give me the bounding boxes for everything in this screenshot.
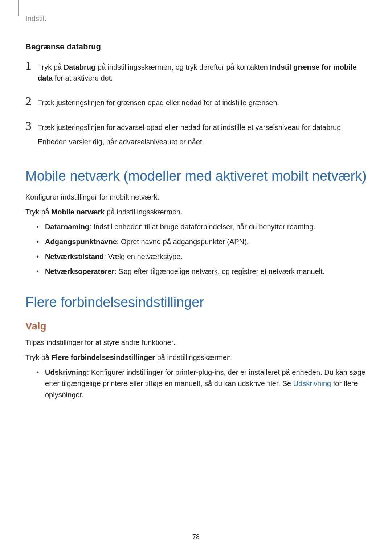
text: for at aktivere det. — [53, 74, 113, 82]
step-body: Tryk på Databrug på indstillingsskærmen,… — [38, 62, 367, 87]
step-number: 3 — [25, 120, 38, 132]
more-connection-bullets: Udskrivning: Konfigurer indstillinger fo… — [36, 367, 367, 401]
text: Tryk på — [38, 63, 64, 71]
step-body: Træk justeringslinjen for grænsen opad e… — [38, 97, 279, 112]
bold-text: Mobile netværk — [52, 208, 105, 216]
list-item: Udskrivning: Konfigurer indstillinger fo… — [36, 367, 367, 401]
step-1: 1 Tryk på Databrug på indstillingsskærme… — [25, 62, 367, 87]
step-number: 2 — [25, 95, 38, 107]
step-body: Træk justeringslinjen for advarsel opad … — [38, 122, 343, 151]
text: : Opret navne på adgangspunkter (APN). — [117, 238, 249, 246]
section-limit-data-heading: Begrænse databrug — [25, 42, 367, 52]
text: Træk justeringslinjen for advarsel opad … — [38, 122, 343, 133]
text: på indstillingsskærmen. — [105, 208, 183, 216]
text: : Søg efter tilgængelige netværk, og reg… — [114, 267, 324, 275]
bold-text: Flere forbindelsesindstillinger — [52, 353, 155, 361]
list-item: Netværkstilstand: Vælg en netværkstype. — [36, 251, 367, 262]
text: på indstillingsskærmen. — [155, 353, 233, 361]
mobile-networks-bullets: Dataroaming: Indstil enheden til at brug… — [36, 221, 367, 277]
step-number: 1 — [25, 59, 38, 72]
header-tab-mark — [18, 0, 19, 16]
section-more-connection-heading: Flere forbindelsesindstillinger — [25, 294, 367, 311]
list-item: Netværksoperatører: Søg efter tilgængeli… — [36, 266, 367, 277]
bold-text: Databrug — [64, 63, 96, 71]
text: Træk justeringslinjen for grænsen opad e… — [38, 97, 279, 108]
bold-text: Dataroaming — [45, 223, 89, 231]
text: Tryk på — [25, 208, 52, 216]
steps-list: 1 Tryk på Databrug på indstillingsskærme… — [25, 62, 367, 151]
paragraph: Tryk på Flere forbindelsesindstillinger … — [25, 352, 367, 363]
step-2: 2 Træk justeringslinjen for grænsen opad… — [25, 97, 367, 112]
bold-text: Adgangspunktnavne — [45, 238, 117, 246]
text: på indstillingsskærmen, og tryk derefter… — [95, 63, 270, 71]
list-item: Adgangspunktnavne: Opret navne på adgang… — [36, 236, 367, 247]
bold-text: Udskrivning — [45, 368, 87, 376]
paragraph: Konfigurer indstillinger for mobilt netv… — [25, 192, 367, 203]
breadcrumb: Indstil. — [25, 15, 46, 22]
subsection-options-heading: Valg — [25, 320, 367, 332]
text: Enheden varsler dig, når advarselsniveau… — [38, 136, 343, 147]
page-number: 78 — [0, 533, 392, 541]
text: Tryk på — [25, 353, 52, 361]
bold-text: Netværksoperatører — [45, 267, 114, 275]
page: Indstil. Begrænse databrug 1 Tryk på Dat… — [0, 0, 392, 554]
section-mobile-networks-heading: Mobile netværk (modeller med aktiveret m… — [25, 168, 367, 185]
text: : Indstil enheden til at bruge dataforbi… — [89, 223, 315, 231]
paragraph: Tilpas indstillinger for at styre andre … — [25, 337, 367, 348]
page-header: Indstil. — [25, 15, 367, 24]
paragraph: Tryk på Mobile netværk på indstillingssk… — [25, 206, 367, 218]
text: : Vælg en netværkstype. — [104, 253, 183, 260]
list-item: Dataroaming: Indstil enheden til at brug… — [36, 221, 367, 233]
link-printing[interactable]: Udskrivning — [293, 379, 331, 387]
step-3: 3 Træk justeringslinjen for advarsel opa… — [25, 122, 367, 151]
bold-text: Netværkstilstand — [45, 253, 104, 260]
